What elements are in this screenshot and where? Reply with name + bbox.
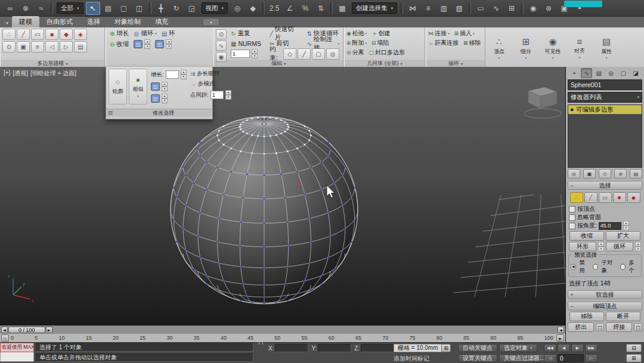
curve-editor-icon[interactable]: ∿ bbox=[489, 2, 503, 15]
outline-button[interactable]: ○ 轮廓 bbox=[109, 69, 127, 104]
loop-spinner-down[interactable]: ▾ bbox=[635, 247, 641, 251]
current-frame-field[interactable]: 0 bbox=[558, 354, 584, 362]
create-button[interactable]: ＋创建 bbox=[371, 29, 390, 38]
time-slider[interactable]: ◀ 0 / 100 ▶ ◀ bbox=[0, 325, 565, 333]
key-filters-button[interactable]: 关键点过滤器... bbox=[499, 354, 549, 362]
trackbar-scroll-button[interactable]: ▶ bbox=[556, 334, 564, 342]
show-end-result-button[interactable]: ▣ bbox=[583, 169, 596, 179]
similar-button[interactable]: ● 相似 ▾ bbox=[129, 69, 147, 104]
panel-geometry-all-label[interactable]: 几何体 (全部)▾ bbox=[345, 60, 425, 67]
bind-to-space-warp-icon[interactable]: ≈ bbox=[34, 2, 48, 15]
viewport-canvas[interactable]: x y z bbox=[0, 67, 565, 325]
key-filter-scope-dropdown[interactable]: 选定对象▾ bbox=[499, 344, 537, 352]
by-angle-field[interactable]: 45.0 bbox=[599, 222, 621, 230]
similar-tolerance-spinner-up[interactable]: ▴ bbox=[162, 94, 168, 99]
select-and-scale-icon[interactable]: ◲ bbox=[185, 2, 199, 15]
preview-multiple-radio[interactable] bbox=[620, 264, 626, 270]
by-angle-spinner-up[interactable]: ▴ bbox=[623, 221, 629, 226]
go-to-end-button[interactable]: ▶▶ bbox=[585, 344, 597, 352]
loop-spinner-up[interactable]: ▴ bbox=[635, 242, 641, 247]
select-object-icon[interactable]: ↖ bbox=[86, 2, 100, 15]
time-slider-button[interactable]: 0 / 100 bbox=[8, 327, 45, 333]
ring-button[interactable]: 环形 bbox=[569, 242, 596, 251]
grow-button[interactable]: 扩大 bbox=[606, 231, 640, 241]
grow-selection-button[interactable]: ⊕增长 bbox=[108, 29, 131, 38]
grow-amount-flyout-spinner-down[interactable]: ▾ bbox=[181, 75, 187, 79]
viewport-shading-menu[interactable]: [明暗处理 + 边面] bbox=[30, 69, 76, 78]
tab-populate[interactable]: 填充 bbox=[148, 16, 175, 27]
hierarchy-tab[interactable]: ▤ bbox=[593, 68, 605, 78]
border-subobject-button[interactable]: ▭ bbox=[599, 192, 612, 203]
show-end-result-icon[interactable]: ▣ bbox=[17, 41, 30, 53]
connect-button[interactable]: ⋈连接▾ bbox=[428, 29, 450, 38]
schematic-view-icon[interactable]: ⊞ bbox=[504, 2, 519, 15]
panel-polygon-modeling-label[interactable]: 多边形建模▾ bbox=[1, 60, 104, 67]
configure-modifier-sets-button[interactable]: ▤ bbox=[630, 169, 642, 179]
window-crossing-toggle-icon[interactable]: ◫ bbox=[132, 2, 147, 15]
ribbon-menu-icon[interactable]: ▾ bbox=[2, 19, 12, 27]
edge-mode-icon[interactable]: ╱ bbox=[17, 29, 30, 40]
preview-subobject-radio[interactable] bbox=[593, 264, 598, 270]
utilities-tab[interactable]: ◪ bbox=[630, 68, 641, 78]
mini-curve-editor-button[interactable]: ∿ bbox=[1, 334, 9, 342]
extrude-button[interactable]: 挤出 bbox=[568, 322, 594, 332]
align-icon[interactable]: ≡ bbox=[421, 2, 435, 15]
nurms-button[interactable]: ▦NURMS bbox=[229, 39, 263, 48]
distance-connect-button[interactable]: ↔距离连接 bbox=[428, 39, 459, 47]
viewport[interactable]: x y z [+] [透视] [明暗处理 + 边面] bbox=[0, 67, 565, 325]
percent-snap-toggle-icon[interactable]: % bbox=[298, 2, 312, 15]
previous-key-button[interactable]: ◁ bbox=[544, 354, 556, 362]
loop-amount-spinner-down[interactable]: ▾ bbox=[144, 44, 150, 49]
sphere-object[interactable] bbox=[171, 116, 358, 304]
modify-tab[interactable]: ∿ bbox=[581, 68, 592, 78]
dot-gap-spinner-down[interactable]: ▾ bbox=[225, 95, 231, 100]
element-mode-icon[interactable]: ◆ bbox=[60, 29, 73, 40]
selection-lock-toggle[interactable] bbox=[256, 344, 265, 352]
time-slider-prev-button[interactable]: ◀ bbox=[1, 327, 8, 333]
time-slider-next-button[interactable]: ▶ bbox=[46, 327, 52, 333]
collapse-stack-icon[interactable]: ≡ bbox=[31, 41, 44, 53]
viewcube-ring[interactable] bbox=[524, 109, 561, 118]
cap-poly-button[interactable]: ▢封口多边形 bbox=[369, 48, 405, 57]
ring-amount-spinner-down[interactable]: ▾ bbox=[166, 44, 172, 49]
shrink-selection-button[interactable]: ⊖收缩 bbox=[108, 39, 131, 49]
selection-rollout-header[interactable]: − 选择 bbox=[568, 181, 642, 190]
track-bar[interactable]: ∿ 05101520253035404550556065707580859095… bbox=[0, 333, 565, 342]
snaps-toggle-icon[interactable]: 2.5 bbox=[267, 2, 281, 15]
loop-button[interactable]: 循环 bbox=[606, 242, 633, 251]
quickslice-button[interactable]: ╱快速切片 bbox=[268, 29, 301, 38]
x-coordinate-field[interactable] bbox=[275, 344, 308, 352]
next-modifier-icon[interactable]: ▷ bbox=[60, 41, 73, 53]
select-and-link-icon[interactable]: ∞ bbox=[3, 2, 17, 15]
ring-spinner-down[interactable]: ▾ bbox=[598, 247, 604, 251]
polygon-mode-icon[interactable]: ■ bbox=[45, 29, 58, 40]
spinner-snap-toggle-icon[interactable]: ⇅ bbox=[314, 2, 328, 15]
constrain-edge-icon[interactable]: ╱ bbox=[298, 48, 311, 60]
viewcube[interactable] bbox=[524, 87, 561, 118]
use-pivot-point-center-icon[interactable]: ◎ bbox=[230, 2, 244, 15]
similar-tolerance-icon[interactable]: ◫ bbox=[151, 94, 160, 103]
use-soft-selection-icon[interactable]: ⊙ bbox=[216, 29, 227, 39]
vertex-subobject-button[interactable]: ∴ bbox=[570, 192, 583, 203]
attach-button[interactable]: ⊕附加▾ bbox=[346, 39, 367, 47]
loop-amount-icon[interactable]: ◫ bbox=[134, 40, 143, 48]
edit-value-spinner-up[interactable]: ▴ bbox=[252, 49, 258, 54]
create-tab[interactable]: ＋ bbox=[569, 68, 580, 78]
shrink-button[interactable]: 收缩 bbox=[569, 231, 604, 241]
transform-type-in-toggle[interactable]: ⊞ bbox=[441, 344, 451, 352]
selection-filter-dropdown[interactable]: 全部▾ bbox=[57, 2, 83, 14]
border-mode-icon[interactable]: ▭ bbox=[31, 29, 44, 40]
next-key-button[interactable]: ▷ bbox=[585, 354, 597, 362]
weld-settings-button[interactable]: □ bbox=[634, 323, 642, 331]
scene-explorer-icon[interactable]: ▧ bbox=[452, 2, 466, 15]
render-setup-icon[interactable]: ⊛ bbox=[541, 2, 556, 15]
break-button[interactable]: 断开 bbox=[606, 312, 640, 321]
outline-amount-icon[interactable]: ◫ bbox=[151, 82, 160, 91]
dot-gap-field[interactable]: 1 bbox=[210, 91, 224, 99]
soft-selection-falloff-icon[interactable]: ∿ bbox=[216, 41, 227, 51]
by-vertex-checkbox[interactable] bbox=[569, 206, 575, 213]
set-key-button[interactable]: 设置关键点 bbox=[458, 354, 497, 362]
constrain-face-icon[interactable]: ▢ bbox=[312, 48, 325, 60]
time-slider-pan-button[interactable]: ◀ bbox=[558, 327, 564, 333]
select-and-rotate-icon[interactable]: ↻ bbox=[169, 2, 184, 15]
